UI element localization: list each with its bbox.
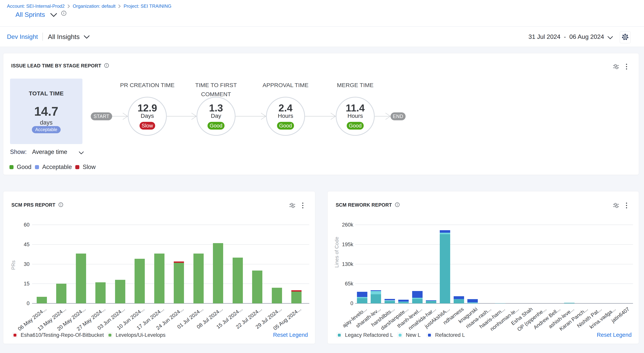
bar-segment[interactable] bbox=[213, 243, 223, 303]
bar-segment[interactable] bbox=[154, 254, 164, 303]
y-tick-label: 45 bbox=[6, 242, 30, 247]
bar-segment[interactable] bbox=[174, 262, 184, 263]
breadcrumb: Account: SEI-Internal-Prod2Organization:… bbox=[7, 4, 172, 9]
bar-segment[interactable] bbox=[454, 296, 464, 299]
bar-segment[interactable] bbox=[357, 297, 367, 298]
bar-segment[interactable] bbox=[232, 258, 243, 303]
reset-legend-link[interactable]: Reset Legend bbox=[597, 332, 632, 338]
bar-segment[interactable] bbox=[454, 299, 464, 299]
chevron-down-icon[interactable] bbox=[50, 13, 57, 18]
bar-segment[interactable] bbox=[384, 300, 395, 301]
scm-rework-panel: SCM REWORK REPORT 065k130k195k260kLines … bbox=[328, 191, 639, 344]
grid-line bbox=[355, 244, 633, 245]
grid-line bbox=[355, 264, 633, 264]
bar-segment[interactable] bbox=[115, 280, 125, 303]
bar-segment[interactable] bbox=[398, 302, 409, 302]
date-range-label: 31 Jul 2024 - 06 Aug 2024 bbox=[528, 33, 604, 40]
scm-rework-chart: 065k130k195k260kLines of Codeajay-levelo… bbox=[328, 191, 639, 344]
legend-item[interactable]: Esha610/Testing-Repo-Of-Bitbucket bbox=[12, 332, 104, 338]
bar-segment[interactable] bbox=[371, 291, 381, 294]
stage-unit: Hours bbox=[267, 112, 304, 119]
bar-segment[interactable] bbox=[134, 259, 145, 303]
x-axis-line bbox=[355, 303, 633, 304]
stage-status-badge: Slow bbox=[140, 122, 155, 130]
bar-segment[interactable] bbox=[37, 297, 47, 303]
bar-segment[interactable] bbox=[454, 299, 464, 303]
sprint-selector[interactable]: All Sprints bbox=[16, 11, 45, 18]
legend-label: New L bbox=[406, 332, 421, 338]
breadcrumb-item[interactable]: Organization: default bbox=[73, 4, 116, 9]
grid-line bbox=[355, 284, 633, 284]
legend-checkbox bbox=[336, 332, 342, 338]
flow-arrow bbox=[375, 112, 390, 120]
bar-segment[interactable] bbox=[174, 263, 184, 303]
stage-circle[interactable]: 12.9DaysSlow bbox=[128, 97, 167, 136]
bar-segment[interactable] bbox=[412, 299, 422, 303]
legend-checkbox bbox=[397, 332, 403, 338]
bar-segment[interactable] bbox=[426, 301, 436, 303]
bar-segment[interactable] bbox=[95, 282, 106, 303]
bar-segment[interactable] bbox=[357, 292, 367, 297]
legend-label: Legacy Refactored L bbox=[345, 332, 393, 338]
grid-line bbox=[32, 284, 309, 284]
stage-circle[interactable]: 11.4HoursGood bbox=[336, 97, 375, 136]
legend-label: Refactored L bbox=[435, 332, 465, 338]
info-icon[interactable] bbox=[61, 10, 66, 16]
legend-item[interactable]: Levelops/Ui-Levelops bbox=[107, 332, 166, 338]
bar-segment[interactable] bbox=[384, 299, 395, 300]
stage-label: TIME TO FIRST COMMENT bbox=[183, 81, 249, 99]
settings-button[interactable] bbox=[620, 31, 631, 43]
legend-item[interactable]: Refactored L bbox=[427, 332, 465, 338]
scm-prs-panel: SCM PRS REPORT 015304560PRs06 May 2024..… bbox=[3, 191, 315, 344]
flow-start-pill: START bbox=[91, 112, 112, 120]
chevron-right-icon bbox=[118, 4, 121, 8]
chevron-right-icon bbox=[68, 4, 70, 8]
legend-item[interactable]: New L bbox=[397, 332, 421, 338]
bar-segment[interactable] bbox=[412, 298, 422, 299]
bar-segment[interactable] bbox=[467, 302, 478, 303]
breadcrumb-item[interactable]: Project: SEI TRAINING bbox=[124, 4, 172, 9]
bar-segment[interactable] bbox=[412, 291, 422, 298]
grid-line bbox=[355, 224, 633, 225]
bar-segment[interactable] bbox=[440, 230, 450, 233]
legend-item[interactable]: Legacy Refactored L bbox=[336, 332, 393, 338]
bar-segment[interactable] bbox=[440, 234, 450, 303]
bar-segment[interactable] bbox=[357, 298, 367, 303]
bar-segment[interactable] bbox=[564, 303, 574, 303]
chevron-down-icon[interactable] bbox=[84, 35, 90, 40]
date-range-picker[interactable]: 31 Jul 2024 - 06 Aug 2024 bbox=[528, 27, 613, 47]
bar-segment[interactable] bbox=[426, 300, 436, 301]
bar-segment[interactable] bbox=[398, 302, 409, 303]
reset-legend-link[interactable]: Reset Legend bbox=[273, 332, 308, 338]
bar-segment[interactable] bbox=[252, 270, 262, 303]
chart-legend: Esha610/Testing-Repo-Of-BitbucketLevelop… bbox=[3, 332, 315, 338]
bar-segment[interactable] bbox=[272, 288, 282, 303]
stage-circle[interactable]: 2.4HoursGood bbox=[266, 97, 305, 136]
stage-circle[interactable]: 1.3DayGood bbox=[196, 97, 236, 136]
top-header: Account: SEI-Internal-Prod2Organization:… bbox=[0, 0, 644, 26]
insight-title[interactable]: Dev Insight bbox=[7, 33, 38, 40]
bar-segment[interactable] bbox=[56, 284, 66, 303]
bar-segment[interactable] bbox=[291, 290, 302, 292]
stage-label: MERGE TIME bbox=[322, 81, 388, 90]
bar-segment[interactable] bbox=[384, 301, 395, 303]
y-axis-label: Lines of Code bbox=[334, 237, 340, 268]
y-tick-label: 65k bbox=[330, 281, 353, 287]
bar-segment[interactable] bbox=[291, 292, 302, 303]
breadcrumb-item[interactable]: Account: SEI-Internal-Prod2 bbox=[7, 4, 65, 9]
bar-segment[interactable] bbox=[371, 294, 381, 303]
insight-selector[interactable]: All Insights bbox=[48, 33, 80, 40]
bar-segment[interactable] bbox=[194, 254, 204, 303]
bar-segment[interactable] bbox=[398, 300, 409, 302]
legend-swatch bbox=[338, 334, 341, 336]
bar-segment[interactable] bbox=[76, 254, 86, 303]
bar-segment[interactable] bbox=[467, 299, 478, 302]
y-tick-label: 15 bbox=[6, 281, 30, 287]
flow-arrow bbox=[112, 112, 128, 120]
legend-checkbox bbox=[427, 332, 432, 338]
y-tick-label: 0 bbox=[330, 300, 353, 306]
stage-status-badge: Good bbox=[347, 122, 364, 130]
bar-segment[interactable] bbox=[371, 290, 381, 291]
bar-segment[interactable] bbox=[426, 301, 436, 301]
bar-segment[interactable] bbox=[440, 233, 450, 234]
